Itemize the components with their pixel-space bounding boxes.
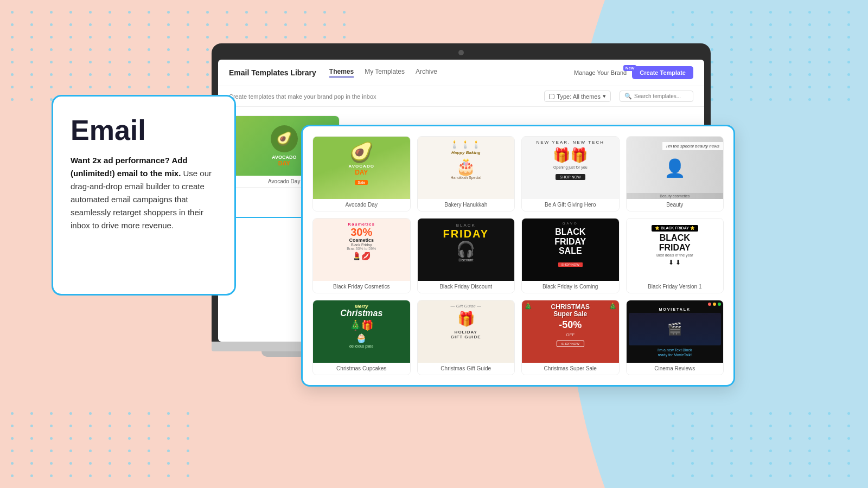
laptop-camera [458, 50, 464, 55]
xmas-gift-label: Christmas Gift Guide [418, 363, 515, 375]
template-card-xmas-sale[interactable]: CHRISTMASSuper Sale -50% OFF SHOP NOW 🎄 … [521, 300, 620, 375]
xmas-gift-thumb: — Gift Guide — 🎁 HolidayGift Guide [418, 300, 515, 363]
xmas-cup-label: Christmas Cupcakes [313, 363, 410, 375]
xmas-sale-thumb: CHRISTMASSuper Sale -50% OFF SHOP NOW 🎄 … [522, 300, 619, 363]
create-template-button[interactable]: Create Template [632, 66, 693, 79]
new-badge: New [623, 65, 636, 71]
filter-button[interactable]: Type: All themes ▾ [544, 91, 611, 102]
avocado-thumb-content: 🥑 AVOCADO DAY [271, 125, 298, 166]
nav-themes[interactable]: Themes [329, 68, 354, 78]
beauty-label: Beauty [627, 199, 724, 211]
manage-brand-button[interactable]: Manage Your Brand New [574, 69, 627, 76]
template-card-beauty[interactable]: 👤 I'm the special beauty news Beauty cos… [626, 136, 724, 211]
template-card-bf-coming[interactable]: QAVO BLACKFRIDAYSALE SHOP NOW Black Frid… [521, 218, 620, 293]
bf-discount-label: Black Friday Discount [418, 281, 515, 293]
card-headline: Want 2x ad performance? Add (unlimited!)… [71, 156, 188, 178]
gifts-label: Be A Gift Giving Hero [522, 199, 619, 211]
screen-app-title: Email Templates Library [229, 68, 316, 77]
template-card-avocado-day[interactable]: 🥑 Avocado Day Sale Avocado Day [312, 136, 411, 211]
card-title: Email [71, 116, 217, 144]
card-body: Want 2x ad performance? Add (unlimited!)… [71, 154, 217, 232]
template-showcase: 🥑 Avocado Day Sale Avocado Day 🕯️🕯️🕯️ Ha… [301, 125, 735, 387]
gifts-thumb: NEW YEAR, NEW TECH 🎁🎁 Opening just for y… [522, 137, 619, 199]
xmas-sale-label: Christmas Super Sale [522, 363, 619, 375]
template-card-bf-v1[interactable]: ⭐ BLACK FRIDAY ⭐ BLACKFRIDAY Best deals … [626, 218, 724, 293]
cinema-label: Cinema Reviews [627, 363, 724, 375]
avocado-day-thumb: 🥑 Avocado Day Sale [313, 137, 410, 199]
bakery-hanukkah-thumb: 🕯️🕯️🕯️ Happy Baking 🎂 Hanukkah Special [418, 137, 515, 199]
template-card-gifts[interactable]: NEW YEAR, NEW TECH 🎁🎁 Opening just for y… [521, 136, 620, 211]
template-card-bakery-hanukkah[interactable]: 🕯️🕯️🕯️ Happy Baking 🎂 Hanukkah Special B… [417, 136, 515, 211]
xmas-cup-thumb: Merry Christmas 🎄🎁 🧁 delicious plate [313, 300, 410, 363]
bf-v1-label: Black Friday Version 1 [627, 281, 724, 293]
bf-cosmetics-label: Black Friday Cosmetics [313, 281, 410, 293]
template-card-bf-cosmetics[interactable]: Kaumetics 30% Cosmetics Black Friday Bra… [312, 218, 411, 293]
screen-header: Email Templates Library Themes My Templa… [218, 60, 704, 86]
bf-discount-thumb: BLACK FRIDAY 🎧 Discount [418, 219, 515, 281]
bf-coming-label: Black Friday is Coming [522, 281, 619, 293]
screen-subtitle: Create templates that make your brand po… [229, 93, 535, 100]
bakery-hanukkah-label: Bakery Hanukkah [418, 199, 515, 211]
bf-cosmetics-thumb: Kaumetics 30% Cosmetics Black Friday Bra… [313, 219, 410, 281]
beauty-thumb: 👤 I'm the special beauty news Beauty cos… [627, 137, 724, 199]
filter-label: Type: All themes [557, 93, 601, 100]
left-info-card: Email Want 2x ad performance? Add (unlim… [52, 95, 236, 296]
filter-checkbox[interactable] [549, 94, 554, 99]
template-card-bf-discount[interactable]: BLACK FRIDAY 🎧 Discount Black Friday Dis… [417, 218, 515, 293]
search-icon: 🔍 [624, 93, 632, 100]
bf-v1-thumb: ⭐ BLACK FRIDAY ⭐ BLACKFRIDAY Best deals … [627, 219, 724, 281]
nav-my-templates[interactable]: My Templates [365, 68, 405, 78]
bf-coming-thumb: QAVO BLACKFRIDAYSALE SHOP NOW [522, 219, 619, 281]
header-right: Manage Your Brand New Create Template [574, 66, 693, 79]
template-card-xmas-cup[interactable]: Merry Christmas 🎄🎁 🧁 delicious plate Chr… [312, 300, 411, 375]
screen-subheader: Create templates that make your brand po… [218, 86, 704, 107]
search-input[interactable] [634, 93, 688, 99]
search-box[interactable]: 🔍 [620, 91, 693, 102]
screen-nav: Themes My Templates Archive [329, 68, 565, 78]
nav-archive[interactable]: Archive [416, 68, 437, 78]
avocado-day-label: Avocado Day [313, 199, 410, 211]
cinema-thumb: MOVIETALK 🎬 I'm a new Text Blockready fo… [627, 300, 724, 363]
chevron-down-icon: ▾ [603, 93, 606, 100]
template-grid: 🥑 Avocado Day Sale Avocado Day 🕯️🕯️🕯️ Ha… [312, 136, 724, 375]
manage-brand-label: Manage Your Brand [574, 69, 627, 76]
template-card-xmas-gift[interactable]: — Gift Guide — 🎁 HolidayGift Guide Chris… [417, 300, 515, 375]
template-card-cinema[interactable]: MOVIETALK 🎬 I'm a new Text Blockready fo… [626, 300, 724, 375]
connector-line [236, 217, 307, 218]
